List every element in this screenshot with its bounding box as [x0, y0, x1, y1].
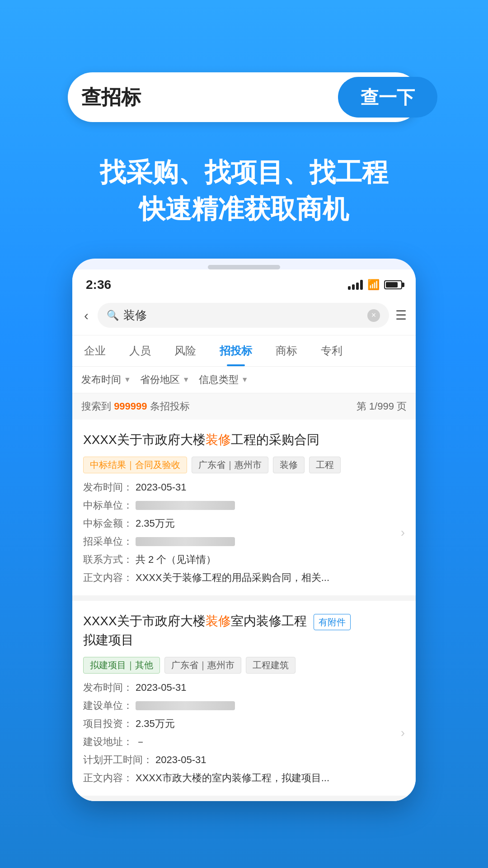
tag-construction: 工程建筑: [246, 657, 296, 674]
tag-region-1: 广东省｜惠州市: [192, 457, 268, 473]
filter-region[interactable]: 省份地区 ▼: [140, 373, 190, 387]
tag-planned-project: 拟建项目｜其他: [83, 657, 160, 674]
tab-招投标[interactable]: 招投标: [208, 335, 264, 366]
filter-type[interactable]: 信息类型 ▼: [199, 373, 249, 387]
phone-notch: [208, 265, 280, 269]
tab-人员[interactable]: 人员: [117, 335, 163, 366]
tags-row-1: 中标结果｜合同及验收 广东省｜惠州市 装修 工程: [83, 457, 405, 473]
card-title-2: XXXX关于市政府大楼装修室内装修工程 有附件 拟建项目: [83, 612, 405, 650]
chevron-down-icon: ▼: [124, 376, 131, 384]
chevron-down-icon: ▼: [183, 376, 190, 384]
back-button[interactable]: ‹: [81, 308, 91, 323]
clear-icon[interactable]: ×: [367, 309, 380, 322]
result-card-1[interactable]: XXXX关于市政府大楼装修工程的采购合同 中标结果｜合同及验收 广东省｜惠州市 …: [72, 420, 416, 601]
page-info: 第 1/999 页: [357, 400, 407, 413]
tag-region-2: 广东省｜惠州市: [164, 657, 241, 674]
tag-engineering: 工程: [309, 457, 341, 473]
chevron-down-icon: ▼: [241, 376, 249, 384]
blurred-value-2: [136, 537, 235, 546]
tags-row-2: 拟建项目｜其他 广东省｜惠州市 工程建筑: [83, 657, 405, 674]
tag-bid-result: 中标结果｜合同及验收: [83, 457, 187, 473]
app-nav-bar: ‹ 🔍 装修 × ☰: [72, 296, 416, 335]
main-content: 查一下 找采购、找项目、找工程 快速精准获取商机 2:36 📶: [0, 0, 488, 801]
title-line2: 拟建项目: [83, 633, 134, 647]
title-highlight-2: 装修: [206, 614, 231, 628]
blurred-value-3: [136, 701, 235, 710]
card-title-1: XXXX关于市政府大楼装修工程的采购合同: [83, 430, 405, 449]
attachment-badge: 有附件: [314, 614, 351, 630]
field-start-time: 计划开工时间： 2023-05-31: [83, 753, 405, 767]
field-content-1: 正文内容： XXXX关于装修工程的用品采购合同，相关...: [83, 571, 405, 585]
status-time: 2:36: [86, 278, 111, 292]
field-investment: 项目投资： 2.35万元: [83, 717, 405, 731]
filter-type-label: 信息类型: [199, 373, 239, 387]
result-card-2[interactable]: XXXX关于市政府大楼装修室内装修工程 有附件 拟建项目 拟建项目｜其他 广东省…: [72, 601, 416, 801]
title-prefix-1: XXXX关于市政府大楼: [83, 433, 206, 447]
filter-publish-time[interactable]: 发布时间 ▼: [81, 373, 131, 387]
wifi-icon: 📶: [367, 279, 380, 291]
search-input[interactable]: [81, 86, 338, 108]
card-fields-1: 发布时间： 2023-05-31 中标单位： 中标金额： 2.35万元 招采单位…: [83, 481, 405, 585]
results-summary: 搜索到 999999 条招投标: [81, 400, 190, 413]
field-winning-amount: 中标金额： 2.35万元: [83, 517, 405, 530]
filter-region-label: 省份地区: [140, 373, 180, 387]
field-construction-unit: 建设单位：: [83, 699, 405, 712]
search-text: 装修: [123, 307, 363, 323]
title-highlight-1: 装修: [206, 433, 231, 447]
filter-row: 发布时间 ▼ 省份地区 ▼ 信息类型 ▼: [72, 367, 416, 393]
battery-icon: [384, 280, 402, 289]
field-procurement-unit: 招采单位：: [83, 535, 405, 548]
search-button[interactable]: 查一下: [338, 77, 437, 118]
tab-商标[interactable]: 商标: [264, 335, 309, 366]
field-winning-unit: 中标单位：: [83, 499, 405, 512]
app-search-box[interactable]: 🔍 装修 ×: [98, 303, 389, 328]
tab-企业[interactable]: 企业: [72, 335, 117, 366]
field-content-2: 正文内容： XXXX市政大楼的室内装修工程，拟建项目...: [83, 771, 405, 785]
field-publish-date-2: 发布时间： 2023-05-31: [83, 681, 405, 694]
filter-publish-time-label: 发布时间: [81, 373, 121, 387]
field-publish-date-1: 发布时间： 2023-05-31: [83, 481, 405, 494]
title-prefix-2: XXXX关于市政府大楼: [83, 614, 206, 628]
field-contact: 联系方式： 共 2 个（见详情）: [83, 553, 405, 566]
tab-专利[interactable]: 专利: [309, 335, 354, 366]
results-count: 999999: [114, 401, 147, 412]
title-suffix-1: 工程的采购合同: [231, 433, 319, 447]
status-bar: 2:36 📶: [72, 269, 416, 296]
results-info-bar: 搜索到 999999 条招投标 第 1/999 页: [72, 393, 416, 420]
category-tabs: 企业 人员 风险 招投标 商标 专利: [72, 335, 416, 367]
tagline-line2: 快速精准获取商机: [100, 190, 388, 227]
tab-风险[interactable]: 风险: [163, 335, 208, 366]
tagline-line1: 找采购、找项目、找工程: [100, 154, 388, 190]
blurred-value-1: [136, 501, 235, 510]
search-icon: 🔍: [107, 310, 119, 321]
phone-mockup: 2:36 📶 ‹ 🔍 装修 ×: [72, 259, 416, 801]
chevron-right-icon-2: ›: [401, 726, 405, 740]
filter-icon[interactable]: ☰: [395, 308, 407, 323]
chevron-right-icon-1: ›: [401, 525, 405, 540]
title-suffix-2: 室内装修工程: [231, 614, 307, 628]
tag-decoration: 装修: [273, 457, 305, 473]
search-bar: 查一下: [68, 72, 420, 122]
status-icons: 📶: [348, 279, 402, 291]
card-fields-2: 发布时间： 2023-05-31 建设单位： 项目投资： 2.35万元 建设地址…: [83, 681, 405, 785]
field-address: 建设地址： －: [83, 735, 405, 749]
signal-icon: [348, 280, 363, 290]
tagline: 找采购、找项目、找工程 快速精准获取商机: [100, 154, 388, 227]
